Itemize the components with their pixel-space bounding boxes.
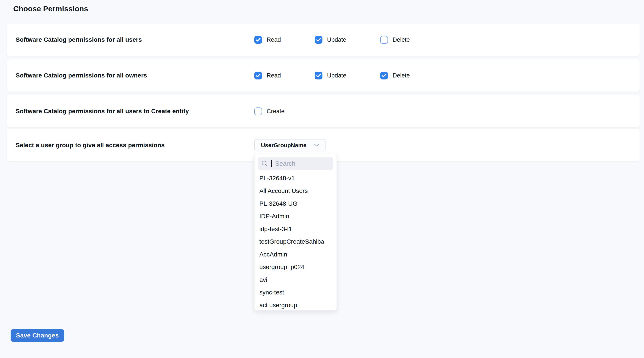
- dropdown-option[interactable]: PL-32648-v1: [254, 172, 336, 185]
- checkbox-group-delete: Delete: [380, 59, 410, 92]
- checkbox-label: Create: [267, 108, 284, 115]
- check-icon: [316, 38, 321, 42]
- card-label: Software Catalog permissions for all use…: [16, 24, 142, 56]
- checkbox-update[interactable]: [315, 36, 322, 44]
- checkbox-group-delete: Delete: [380, 24, 410, 56]
- checkbox-read[interactable]: [254, 72, 262, 80]
- dropdown-option[interactable]: testGroupCreateSahiba: [254, 235, 336, 248]
- card-label: Select a user group to give all access p…: [16, 129, 165, 161]
- permissions-page: Choose Permissions Software Catalog perm…: [0, 0, 644, 358]
- dropdown-option[interactable]: sync-test: [254, 286, 336, 299]
- dropdown-option[interactable]: act usergroup: [254, 299, 336, 310]
- dropdown-option[interactable]: All Account Users: [254, 185, 336, 198]
- checkbox-read[interactable]: [254, 36, 262, 44]
- card-permissions-all-users: Software Catalog permissions for all use…: [7, 24, 640, 56]
- checkbox-label: Read: [267, 72, 281, 79]
- checkbox-group-read: Read: [254, 59, 281, 92]
- search-input[interactable]: Search: [258, 157, 333, 170]
- user-group-dropdown-panel: Search PL-32648-v1 All Account Users PL-…: [254, 154, 337, 310]
- text-cursor: [271, 160, 272, 167]
- checkbox-label: Delete: [392, 72, 410, 79]
- chevron-down-icon: [314, 144, 319, 147]
- card-label: Software Catalog permissions for all own…: [16, 59, 147, 92]
- card-permissions-all-owners: Software Catalog permissions for all own…: [7, 59, 640, 92]
- card-permissions-create-entity: Software Catalog permissions for all use…: [7, 95, 640, 127]
- save-changes-button[interactable]: Save Changes: [10, 329, 64, 342]
- search-icon: [261, 160, 268, 167]
- checkbox-group-create: Create: [254, 95, 284, 127]
- checkbox-group-update: Update: [315, 59, 346, 92]
- checkbox-delete[interactable]: [380, 72, 388, 80]
- checkbox-label: Read: [267, 37, 281, 43]
- checkbox-group-update: Update: [315, 24, 346, 56]
- check-icon: [316, 74, 321, 78]
- check-icon: [256, 38, 261, 42]
- checkbox-create[interactable]: [254, 108, 262, 115]
- user-group-dropdown-button[interactable]: UserGroupName: [254, 139, 326, 151]
- dropdown-option[interactable]: avi: [254, 273, 336, 286]
- check-icon: [256, 74, 261, 78]
- checkbox-update[interactable]: [315, 72, 322, 80]
- dropdown-option[interactable]: idp-test-3-l1: [254, 223, 336, 235]
- checkbox-delete[interactable]: [380, 36, 388, 44]
- card-label: Software Catalog permissions for all use…: [16, 95, 189, 127]
- checkbox-label: Delete: [392, 37, 410, 43]
- user-group-option-list: PL-32648-v1 All Account Users PL-32648-U…: [254, 172, 336, 310]
- checkbox-group-read: Read: [254, 24, 281, 56]
- dropdown-option[interactable]: AccAdmin: [254, 248, 336, 261]
- search-placeholder: Search: [275, 160, 296, 167]
- check-icon: [382, 74, 386, 78]
- dropdown-option[interactable]: IDP-Admin: [254, 210, 336, 223]
- dropdown-selected-value: UserGroupName: [261, 142, 306, 149]
- dropdown-option[interactable]: PL-32648-UG: [254, 197, 336, 210]
- checkbox-label: Update: [327, 37, 346, 43]
- page-title: Choose Permissions: [13, 5, 88, 13]
- checkbox-label: Update: [327, 72, 346, 79]
- dropdown-option[interactable]: usergroup_p024: [254, 261, 336, 274]
